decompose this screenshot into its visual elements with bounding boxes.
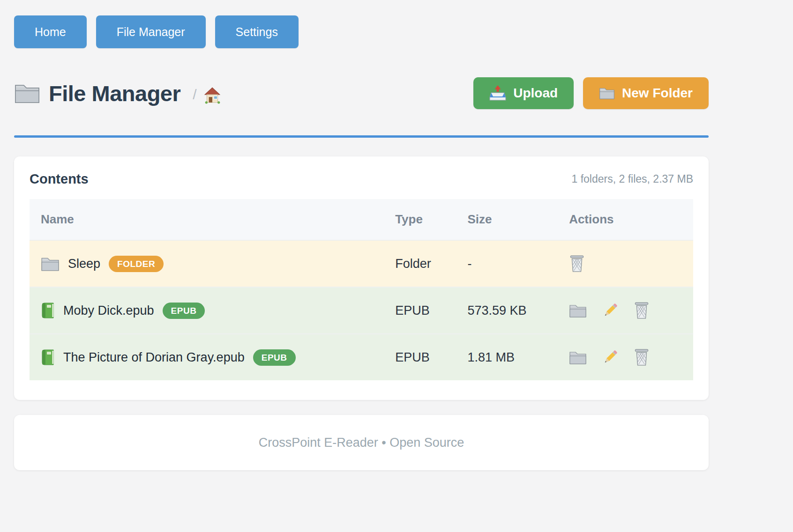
page-header: File Manager / (14, 77, 709, 109)
folder-icon (599, 87, 615, 100)
file-type: EPUB (384, 287, 456, 334)
file-name[interactable]: Moby Dick.epub (63, 303, 154, 318)
title-group: File Manager / (14, 81, 221, 106)
new-folder-button[interactable]: New Folder (583, 77, 709, 109)
folder-icon (14, 82, 40, 104)
column-header-name: Name (30, 199, 384, 240)
nav-file-manager-button[interactable]: File Manager (96, 15, 206, 48)
column-header-size: Size (456, 199, 558, 240)
file-table: Name Type Size Actions (30, 199, 693, 380)
upload-icon (489, 85, 506, 102)
column-header-actions: Actions (558, 199, 693, 240)
file-name[interactable]: The Picture of Dorian Gray.epub (63, 350, 245, 365)
breadcrumb: / (193, 87, 196, 103)
upload-button[interactable]: Upload (473, 77, 574, 109)
contents-summary: 1 folders, 2 files, 2.37 MB (571, 173, 693, 185)
pencil-icon (602, 349, 619, 366)
nav-settings-button[interactable]: Settings (215, 15, 299, 48)
footer: CrossPoint E-Reader • Open Source (14, 415, 709, 470)
trash-icon (634, 302, 650, 319)
footer-text: CrossPoint E-Reader • Open Source (259, 436, 464, 450)
contents-heading: Contents (30, 171, 89, 187)
table-row: Sleep FOLDER Folder - (30, 240, 693, 287)
page-container: Home File Manager Settings File Manager … (14, 0, 709, 470)
contents-card-header: Contents 1 folders, 2 files, 2.37 MB (30, 171, 693, 187)
pencil-icon (602, 302, 619, 319)
nav-home-button[interactable]: Home (14, 15, 87, 48)
contents-card: Contents 1 folders, 2 files, 2.37 MB Nam… (14, 156, 709, 400)
folder-icon (569, 350, 587, 365)
home-icon[interactable] (203, 86, 221, 104)
upload-button-label: Upload (513, 86, 558, 101)
page-title: File Manager (49, 81, 180, 106)
book-icon (41, 349, 55, 366)
trash-icon (569, 255, 585, 273)
new-folder-button-label: New Folder (622, 86, 693, 101)
move-button[interactable] (569, 303, 587, 318)
table-header-row: Name Type Size Actions (30, 199, 693, 240)
delete-button[interactable] (569, 255, 585, 273)
top-nav: Home File Manager Settings (14, 0, 709, 48)
file-type: EPUB (384, 334, 456, 380)
rename-button[interactable] (602, 302, 619, 319)
epub-badge: EPUB (163, 303, 205, 319)
table-row: Moby Dick.epub EPUB EPUB 573.59 KB (30, 287, 693, 334)
trash-icon (634, 348, 650, 366)
file-name[interactable]: Sleep (68, 257, 100, 271)
file-size: 1.81 MB (456, 334, 558, 380)
delete-button[interactable] (634, 348, 650, 366)
header-actions: Upload New Folder (473, 77, 709, 109)
folder-badge: FOLDER (109, 256, 164, 272)
epub-badge: EPUB (253, 349, 296, 366)
column-header-type: Type (384, 199, 456, 240)
delete-button[interactable] (634, 302, 650, 319)
rename-button[interactable] (602, 349, 619, 366)
move-button[interactable] (569, 350, 587, 365)
file-type: Folder (384, 240, 456, 287)
folder-icon (41, 256, 60, 272)
book-icon (41, 302, 55, 319)
folder-icon (569, 303, 587, 318)
file-size: - (456, 240, 558, 287)
title-divider (14, 135, 709, 138)
file-size: 573.59 KB (456, 287, 558, 334)
table-row: The Picture of Dorian Gray.epub EPUB EPU… (30, 334, 693, 380)
